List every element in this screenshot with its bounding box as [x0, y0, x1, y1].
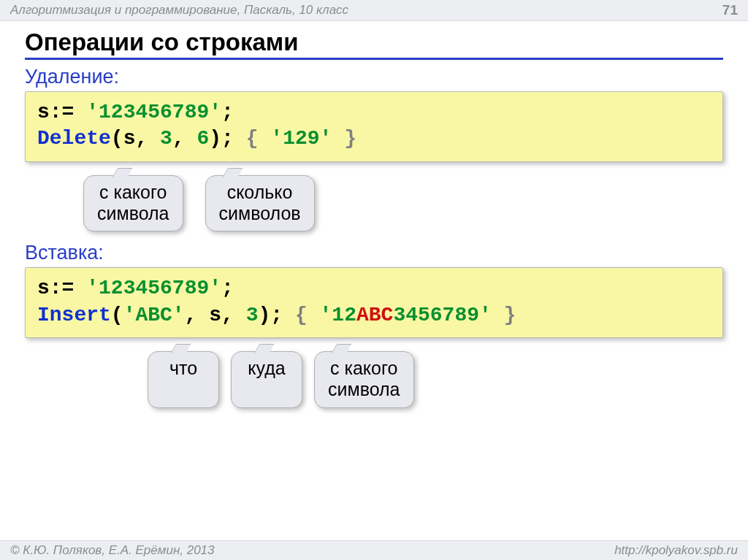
course-label: Алгоритмизация и программирование, Паска…: [10, 3, 348, 18]
code-text: , s,: [185, 304, 234, 326]
copyright: © К.Ю. Поляков, Е.А. Ерёмин, 2013: [10, 543, 215, 558]
slide-body: Операции со строками Удаление: s:= '1234…: [0, 21, 748, 408]
code-literal: '12: [320, 304, 356, 326]
code-literal: '123456789': [86, 277, 221, 299]
code-text: (s,: [111, 127, 148, 150]
callout-text: с какого символа: [97, 182, 169, 223]
code-number: 3: [246, 304, 259, 326]
code-comment: }: [492, 304, 516, 326]
callouts-insert: что куда с какого символа: [25, 351, 723, 408]
code-comment: {: [246, 127, 271, 150]
code-literal: '129': [270, 127, 332, 150]
callout-text: что: [169, 358, 197, 378]
callout-text: с какого символа: [328, 358, 400, 399]
code-text: ;: [221, 101, 234, 123]
callout-from-char: с какого символа: [83, 175, 183, 232]
slide-header: Алгоритмизация и программирование, Паска…: [0, 0, 748, 21]
code-keyword: Insert: [37, 304, 111, 326]
code-keyword: Delete: [37, 127, 111, 150]
callout-where: куда: [231, 351, 302, 408]
code-text: );: [259, 304, 295, 326]
section-delete-heading: Удаление:: [25, 66, 723, 88]
page-number: 71: [722, 2, 738, 18]
footer-url: http://kpolyakov.spb.ru: [614, 543, 738, 558]
callouts-delete: с какого символа сколько символов: [25, 175, 723, 232]
callout-how-many: сколько символов: [205, 175, 315, 232]
code-text: );: [209, 127, 245, 150]
callout-text: сколько символов: [219, 182, 301, 223]
code-literal: 3456789': [393, 304, 491, 326]
code-highlight: ABC: [356, 304, 393, 326]
section-insert-heading: Вставка:: [25, 242, 723, 264]
code-text: (: [111, 304, 123, 326]
slide-title: Операции со строками: [25, 28, 723, 60]
code-literal: 'ABC': [123, 304, 185, 326]
code-number: 6: [197, 127, 210, 150]
code-number: 3: [160, 127, 172, 150]
callout-what: что: [148, 351, 219, 408]
callout-from-char: с какого символа: [314, 351, 414, 408]
code-text: ,: [172, 127, 185, 150]
code-literal: '123456789': [86, 101, 221, 123]
code-comment: {: [295, 304, 320, 326]
code-text: s:=: [37, 101, 86, 123]
callout-text: куда: [248, 358, 285, 378]
code-delete: s:= '123456789'; Delete(s, 3, 6); { '129…: [25, 91, 723, 162]
code-text: s:=: [37, 277, 86, 299]
slide-footer: © К.Ю. Поляков, Е.А. Ерёмин, 2013 http:/…: [0, 540, 748, 560]
code-insert: s:= '123456789'; Insert('ABC', s, 3); { …: [25, 267, 723, 338]
code-comment: }: [332, 127, 356, 150]
code-text: ;: [221, 277, 234, 299]
